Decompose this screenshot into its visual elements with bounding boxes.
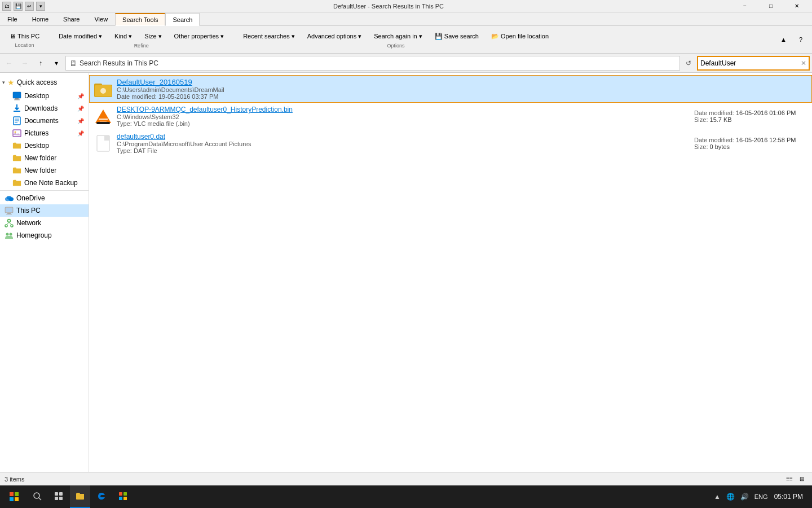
svg-point-27 [100,88,106,94]
sidebar-item-onenote[interactable]: One Note Backup [0,177,89,189]
start-button[interactable] [2,485,26,508]
file-path-result2: C:\Windows\System32 [117,113,690,120]
tab-share[interactable]: Share [56,12,87,25]
ribbon-size-btn[interactable]: Size ▾ [139,31,166,42]
desktop-pin[interactable]: 📌 [77,93,84,99]
homegroup-label: Homegroup [16,231,84,239]
file-item-result1[interactable]: DefaultUser_20160519 C:\Users\admin\Docu… [89,75,812,103]
address-path-text: Search Results in This PC [80,59,158,67]
file-info-result1: DefaultUser_20160519 C:\Users\admin\Docu… [117,78,807,100]
app-icon: 🗂 [2,2,11,11]
ribbon-refine-label: Refine [134,43,149,49]
taskbar-taskview-button[interactable] [48,485,69,508]
network-icon [5,218,14,227]
pictures-pin[interactable]: 📌 [77,130,84,137]
tab-search-tools[interactable]: Search Tools [115,13,165,26]
tray-time-text: 05:01 PM [774,493,803,501]
taskbar-edge-button[interactable] [91,485,112,508]
ribbon-help-btn[interactable]: ? [794,34,807,45]
search-clear-button[interactable]: ✕ [801,59,806,67]
sidebar-item-documents[interactable]: Documents 📌 [0,115,89,127]
type-label-result2: Type: [117,120,132,127]
onenote-folder-icon [12,178,21,187]
tab-view[interactable]: View [87,12,115,25]
size-value2: 15.7 KB [710,116,732,123]
tab-search[interactable]: Search [165,13,200,26]
tab-home[interactable]: Home [25,12,56,25]
tray-clock[interactable]: 05:01 PM [772,493,805,501]
ribbon-date-modified-btn[interactable]: Date modified ▾ [54,31,107,42]
maximize-button[interactable]: □ [758,0,784,12]
window-title: DefaultUser - Search Results in This PC [45,3,732,10]
date-label-result1: Date modified: [117,93,157,100]
file-name-result1[interactable]: DefaultUser_20160519 [117,78,807,86]
file-path-result3: C:\ProgramData\Microsoft\User Account Pi… [117,141,690,147]
tab-file[interactable]: File [0,12,25,25]
new-folder-2-label: New folder [24,167,84,174]
file-name-result2[interactable]: DESKTOP-9ARMMQC_defaultuser0_HistoryPred… [117,106,690,113]
sidebar-item-network[interactable]: Network [0,217,89,229]
svg-rect-31 [99,119,108,120]
sidebar-item-new-folder-1[interactable]: New folder [0,152,89,164]
sidebar-item-downloads[interactable]: Downloads 📌 [0,102,89,115]
ribbon-other-properties-btn[interactable]: Other properties ▾ [169,31,230,42]
ribbon-kind-btn[interactable]: Kind ▾ [109,31,137,42]
quick-access-icon[interactable]: 💾 [14,2,23,11]
svg-rect-37 [10,497,14,501]
ribbon-recent-searches-btn[interactable]: Recent searches ▾ [238,31,300,42]
minimize-button[interactable]: − [732,0,758,12]
tray-keyboard-icon[interactable]: ENG [753,493,770,500]
ribbon-save-search-btn[interactable]: 💾 Save search [430,31,484,42]
sidebar-item-pictures[interactable]: Pictures 📌 [0,127,89,139]
ribbon-collapse-btn[interactable]: ▲ [775,34,792,45]
date-label3: Date modified: [694,137,734,143]
sidebar-item-new-folder-2[interactable]: New folder [0,164,89,177]
taskbar-store-button[interactable] [113,485,133,508]
onedrive-icon [5,194,14,203]
ribbon-this-pc-btn[interactable]: 🖥 This PC [5,31,45,41]
sidebar-item-this-pc[interactable]: This PC [0,204,89,217]
refresh-button[interactable]: ↺ [682,57,695,69]
size-row-result2: Size: 15.7 KB [694,116,807,123]
recent-locations-button[interactable]: ▾ [50,56,63,70]
tray-volume-icon[interactable]: 🔊 [739,493,751,501]
customize-icon[interactable]: ▾ [36,2,45,11]
svg-rect-36 [15,492,19,496]
sidebar-item-homegroup[interactable]: Homegroup [0,229,89,242]
sidebar-item-desktop2[interactable]: Desktop [0,139,89,152]
file-item-result3[interactable]: defaultuser0.dat C:\ProgramData\Microsof… [89,130,812,157]
sidebar-item-desktop[interactable]: Desktop 📌 [0,90,89,102]
back-button[interactable]: ← [2,56,16,70]
taskbar-explorer-button[interactable] [70,485,90,508]
network-label: Network [16,219,84,227]
window-controls: − □ ✕ [732,0,810,12]
undo-icon[interactable]: ↩ [25,2,34,11]
ribbon-search-again-btn[interactable]: Search again in ▾ [369,31,427,42]
ribbon-section-options: Recent searches ▾ Advanced options ▾ Sea… [238,31,554,49]
taskbar-search-button[interactable] [27,485,47,508]
documents-pin[interactable]: 📌 [77,118,84,124]
tray-network-icon[interactable]: 🌐 [725,493,736,501]
downloads-pin[interactable]: 📌 [77,106,84,112]
file-item-result2[interactable]: DESKTOP-9ARMMQC_defaultuser0_HistoryPred… [89,103,812,130]
ribbon-advanced-options-btn[interactable]: Advanced options ▾ [302,31,367,42]
size-label2: Size: [694,116,708,123]
ribbon-commands: 🖥 This PC Location Date modified ▾ Kind … [0,26,812,53]
close-button[interactable]: ✕ [784,0,810,12]
large-icons-view-button[interactable]: ⊞ [796,474,807,484]
details-view-button[interactable]: ≡≡ [784,474,795,484]
sidebar-item-quick-access[interactable]: ▾ ★ Quick access [0,75,89,90]
tray-chevron[interactable]: ▲ [712,493,722,501]
search-input[interactable] [700,59,800,67]
svg-rect-1 [15,98,19,99]
file-name-result3[interactable]: defaultuser0.dat [117,133,690,141]
quick-access-icon: ★ [7,78,15,87]
date-row-result3: Date modified: 16-05-2016 12:58 PM [694,137,807,143]
sidebar-divider-1 [0,190,89,191]
file-details-result3: Date modified: 16-05-2016 12:58 PM Size:… [694,137,807,150]
forward-button[interactable]: → [18,56,32,70]
address-path[interactable]: 🖥 Search Results in This PC [65,56,680,71]
ribbon-open-file-location-btn[interactable]: 📂 Open file location [486,31,554,42]
sidebar-item-onedrive[interactable]: OneDrive [0,192,89,204]
up-button[interactable]: ↑ [34,56,47,70]
